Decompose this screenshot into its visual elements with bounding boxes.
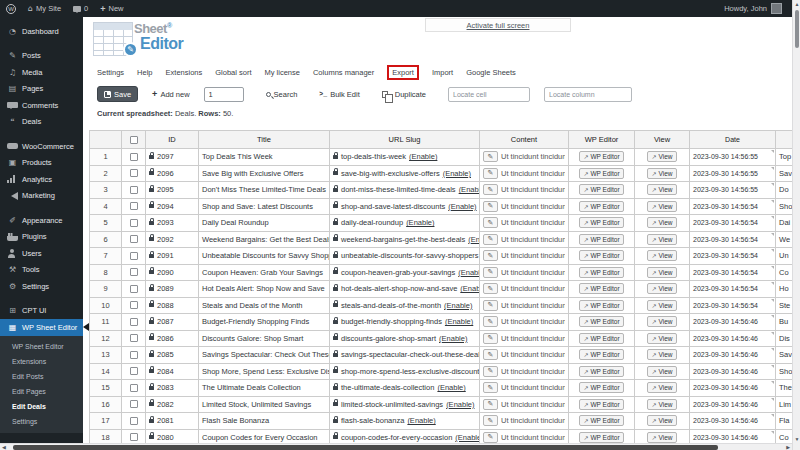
wp-editor-button[interactable]: ↗WP Editor bbox=[579, 432, 623, 443]
title-cell[interactable]: Shop More, Spend Less: Exclusive Discoun… bbox=[199, 364, 330, 381]
tail-cell[interactable]: Do bbox=[776, 182, 792, 199]
sidebar-item-cpt-ui[interactable]: ⊞CPT UI bbox=[0, 303, 83, 320]
tail-cell[interactable]: The bbox=[776, 380, 792, 397]
enable-link[interactable]: (Enable) bbox=[443, 169, 471, 178]
enable-link[interactable]: (Enable) bbox=[455, 433, 480, 442]
enable-link[interactable]: (Enable) bbox=[444, 301, 472, 310]
tail-cell[interactable]: Dai bbox=[776, 215, 792, 232]
content-edit-button[interactable]: ✎ bbox=[483, 267, 498, 278]
date-cell[interactable]: 2023-09-30 14:56:46 bbox=[690, 347, 776, 364]
title-cell[interactable]: Coupon Heaven: Grab Your Savings bbox=[199, 265, 330, 282]
row-checkbox[interactable] bbox=[130, 235, 138, 243]
view-button[interactable]: ↗View bbox=[647, 217, 676, 228]
wp-editor-button[interactable]: ↗WP Editor bbox=[579, 151, 623, 162]
tail-cell[interactable]: Dis bbox=[776, 331, 792, 348]
content-edit-button[interactable]: ✎ bbox=[483, 432, 498, 443]
wp-editor-button[interactable]: ↗WP Editor bbox=[579, 399, 623, 410]
row-checkbox[interactable] bbox=[130, 334, 138, 342]
title-cell[interactable]: Savings Spectacular: Check Out These Dea… bbox=[199, 347, 330, 364]
slug-cell[interactable]: weekend-bargains-get-the-best-deals(Enab… bbox=[330, 232, 480, 249]
enable-link[interactable]: (Enable) bbox=[437, 383, 465, 392]
menu-item-import[interactable]: Import bbox=[432, 68, 453, 77]
bulk-edit-button[interactable]: >_Bulk Edit bbox=[319, 90, 359, 99]
content-edit-button[interactable]: ✎ bbox=[483, 283, 498, 294]
sidebar-item-settings[interactable]: ⚙Settings bbox=[0, 278, 83, 295]
title-cell[interactable]: Daily Deal Roundup bbox=[199, 215, 330, 232]
row-checkbox[interactable] bbox=[130, 351, 138, 359]
tail-cell[interactable]: Fla bbox=[776, 413, 792, 430]
row-checkbox[interactable] bbox=[130, 400, 138, 408]
wp-editor-button[interactable]: ↗WP Editor bbox=[579, 168, 623, 179]
date-cell[interactable]: 2023-09-30 14:56:46 bbox=[690, 314, 776, 331]
sidebar-item-comments[interactable]: Comments bbox=[0, 97, 83, 114]
title-cell[interactable]: The Ultimate Deals Collection bbox=[199, 380, 330, 397]
wp-editor-button[interactable]: ↗WP Editor bbox=[579, 300, 623, 311]
row-checkbox[interactable] bbox=[130, 186, 138, 194]
sidebar-item-appearance[interactable]: ✐Appearance bbox=[0, 212, 83, 229]
title-cell[interactable]: Unbeatable Discounts for Savvy Shoppers bbox=[199, 248, 330, 265]
enable-link[interactable]: (Enable) bbox=[458, 268, 480, 277]
slug-cell[interactable]: dont-miss-these-limited-time-deals(Enabl… bbox=[330, 182, 480, 199]
sidebar-item-media[interactable]: ♫Media bbox=[0, 64, 83, 81]
enable-link[interactable]: (Enable) bbox=[406, 218, 434, 227]
sidebar-item-analytics[interactable]: Analytics bbox=[0, 171, 83, 188]
row-checkbox[interactable] bbox=[130, 285, 138, 293]
menu-item-help[interactable]: Help bbox=[137, 68, 152, 77]
activate-fullscreen-link[interactable]: Activate full screen bbox=[467, 21, 530, 30]
view-button[interactable]: ↗View bbox=[647, 432, 676, 443]
slug-cell[interactable]: coupon-heaven-grab-your-savings(Enable) bbox=[330, 265, 480, 282]
view-button[interactable]: ↗View bbox=[647, 267, 676, 278]
content-edit-button[interactable]: ✎ bbox=[483, 151, 498, 162]
sidebar-item-posts[interactable]: ✎Posts bbox=[0, 48, 83, 65]
tail-cell[interactable]: Sho bbox=[776, 364, 792, 381]
slug-cell[interactable]: savings-spectacular-check-out-these-deal… bbox=[330, 347, 480, 364]
submenu-item-wp-sheet-editor[interactable]: WP Sheet Editor bbox=[0, 339, 83, 354]
view-button[interactable]: ↗View bbox=[647, 151, 676, 162]
wp-editor-button[interactable]: ↗WP Editor bbox=[579, 217, 623, 228]
enable-link[interactable]: (Enable) bbox=[409, 152, 437, 161]
menu-item-columns-manager[interactable]: Columns manager bbox=[313, 68, 374, 77]
content-edit-button[interactable]: ✎ bbox=[483, 333, 498, 344]
content-edit-button[interactable]: ✎ bbox=[483, 234, 498, 245]
date-cell[interactable]: 2023-09-30 14:56:46 bbox=[690, 331, 776, 348]
view-button[interactable]: ↗View bbox=[647, 250, 676, 261]
enable-link[interactable]: (Enable) bbox=[448, 202, 476, 211]
view-button[interactable]: ↗View bbox=[647, 349, 676, 360]
row-checkbox[interactable] bbox=[130, 153, 138, 161]
scroll-left-arrow-icon[interactable]: ◀ bbox=[2, 444, 6, 450]
wp-logo-menu[interactable]: W bbox=[0, 0, 22, 17]
search-button[interactable]: Search bbox=[266, 90, 298, 99]
scroll-up-arrow-icon[interactable]: ▲ bbox=[793, 1, 800, 7]
slug-cell[interactable]: shop-and-save-latest-discounts(Enable) bbox=[330, 199, 480, 216]
content-edit-button[interactable]: ✎ bbox=[483, 415, 498, 426]
row-checkbox[interactable] bbox=[130, 219, 138, 227]
tail-cell[interactable]: Co bbox=[776, 430, 792, 444]
view-button[interactable]: ↗View bbox=[647, 333, 676, 344]
title-cell[interactable]: Hot Deals Alert: Shop Now and Save bbox=[199, 281, 330, 298]
date-cell[interactable]: 2023-09-30 14:56:54 bbox=[690, 199, 776, 216]
row-checkbox[interactable] bbox=[130, 301, 138, 309]
tail-cell[interactable]: We bbox=[776, 232, 792, 249]
sidebar-item-dashboard[interactable]: ◔Dashboard bbox=[0, 23, 83, 40]
vertical-scrollbar[interactable]: ▲ ▼ bbox=[792, 0, 800, 450]
sidebar-item-wp-sheet-editor[interactable]: ▦WP Sheet Editor bbox=[0, 319, 83, 336]
content-edit-button[interactable]: ✎ bbox=[483, 168, 498, 179]
enable-link[interactable]: (Enable) bbox=[439, 334, 467, 343]
submenu-item-settings[interactable]: Settings bbox=[0, 414, 83, 429]
menu-item-global-sort[interactable]: Global sort bbox=[215, 68, 251, 77]
date-cell[interactable]: 2023-09-30 14:56:54 bbox=[690, 215, 776, 232]
view-button[interactable]: ↗View bbox=[647, 316, 676, 327]
wp-editor-button[interactable]: ↗WP Editor bbox=[579, 349, 623, 360]
date-cell[interactable]: 2023-09-30 14:56:54 bbox=[690, 281, 776, 298]
add-new-button[interactable]: +Add new bbox=[152, 89, 189, 99]
title-cell[interactable]: Discounts Galore: Shop Smart bbox=[199, 331, 330, 348]
sidebar-item-marketing[interactable]: Marketing bbox=[0, 188, 83, 205]
slug-cell[interactable]: unbeatable-discounts-for-savvy-shoppers(… bbox=[330, 248, 480, 265]
menu-item-google-sheets[interactable]: Google Sheets bbox=[466, 68, 516, 77]
horizontal-scroll-thumb[interactable] bbox=[13, 445, 718, 450]
title-cell[interactable]: Limited Stock, Unlimited Savings bbox=[199, 397, 330, 414]
tail-cell[interactable]: Sav bbox=[776, 166, 792, 183]
submenu-item-edit-deals[interactable]: Edit Deals bbox=[0, 399, 83, 414]
content-edit-button[interactable]: ✎ bbox=[483, 382, 498, 393]
sidebar-item-pages[interactable]: ▤Pages bbox=[0, 81, 83, 98]
